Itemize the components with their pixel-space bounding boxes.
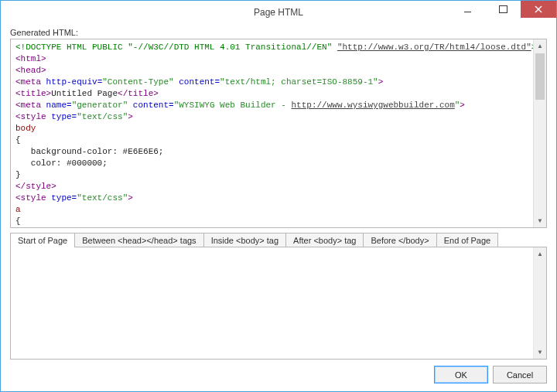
ok-button[interactable]: OK — [434, 366, 488, 383]
generated-html-label: Generated HTML: — [10, 28, 547, 37]
code-token: http://www.wysiwygwebbuilder.com — [292, 101, 455, 110]
code-token: http-equiv= — [41, 77, 102, 87]
code-token: <meta — [15, 77, 41, 87]
code-token: "-//W3C//DTD HTML 4.01 Transitional//EN" — [128, 43, 332, 52]
scroll-down-icon[interactable]: ▼ — [534, 214, 546, 227]
code-token: <meta — [15, 101, 41, 110]
code-token: "Content-Type" — [102, 77, 173, 87]
code-token: type= — [46, 112, 77, 121]
code-token: <style — [15, 193, 46, 203]
code-token: "text/css" — [77, 193, 128, 203]
code-token: type= — [46, 193, 77, 203]
code-token: "http://www.w3.org/TR/html4/loose.dtd" — [337, 43, 531, 52]
tab-after-body[interactable]: After <body> tag — [285, 233, 364, 247]
textarea-scrollbar[interactable]: ▲ ▼ — [533, 247, 546, 359]
code-token: Untitled Page — [51, 89, 118, 98]
window-controls — [449, 1, 556, 23]
code-token: "text/html; charset=ISO-8859-1" — [220, 77, 378, 87]
code-token: content= — [128, 101, 173, 110]
code-token: a — [15, 205, 21, 214]
close-button[interactable] — [521, 1, 556, 18]
code-token: "WYSIWYG Web Builder - — [174, 101, 292, 110]
code-token: <!DOCTYPE HTML PUBLIC — [15, 43, 128, 52]
code-token: name= — [41, 101, 72, 110]
tab-end-of-page[interactable]: End of Page — [436, 233, 499, 247]
custom-html-textarea[interactable]: ▲ ▼ — [10, 247, 547, 360]
dialog-body: Generated HTML: <!DOCTYPE HTML PUBLIC "-… — [0, 23, 557, 392]
code-token: </title> — [118, 89, 159, 98]
code-token: "text/css" — [77, 112, 128, 121]
code-token: <title> — [15, 89, 51, 98]
tab-between-head[interactable]: Between <head></head> tags — [74, 233, 203, 247]
scroll-down-icon[interactable]: ▼ — [534, 346, 546, 359]
tab-start-of-page[interactable]: Start of Page — [10, 233, 75, 247]
generated-html-box: <!DOCTYPE HTML PUBLIC "-//W3C//DTD HTML … — [10, 39, 547, 228]
code-token: <html> — [15, 54, 46, 63]
code-token: > — [128, 193, 133, 203]
code-token: { — [15, 216, 21, 226]
code-token — [332, 43, 337, 52]
code-token: <head> — [15, 66, 46, 75]
scroll-up-icon[interactable]: ▲ — [534, 39, 546, 53]
titlebar: Page HTML — [0, 0, 557, 23]
maximize-button[interactable] — [485, 1, 521, 18]
cancel-button[interactable]: Cancel — [493, 366, 547, 383]
code-scrollbar[interactable]: ▲ ▼ — [533, 39, 546, 227]
code-token: </style> — [15, 182, 56, 191]
code-token: > — [460, 101, 465, 110]
code-token: color: #000000; — [15, 159, 108, 168]
insert-tabs: Start of Page Between <head></head> tags… — [10, 233, 547, 247]
code-token: { — [15, 135, 21, 145]
tab-before-body-close[interactable]: Before </body> — [363, 233, 436, 247]
code-token: content= — [174, 77, 220, 87]
scroll-thumb[interactable] — [535, 53, 545, 100]
code-token: <style — [15, 112, 46, 121]
code-token: > — [378, 77, 384, 87]
code-token: body — [15, 124, 36, 133]
code-token: > — [128, 112, 133, 121]
minimize-button[interactable] — [449, 1, 485, 18]
code-token: background-color: #E6E6E6; — [15, 147, 163, 156]
code-token: } — [15, 170, 21, 179]
tab-inside-body[interactable]: Inside <body> tag — [203, 233, 286, 247]
generated-html-code[interactable]: <!DOCTYPE HTML PUBLIC "-//W3C//DTD HTML … — [11, 39, 546, 227]
scroll-up-icon[interactable]: ▲ — [534, 247, 546, 261]
code-token: "generator" — [72, 101, 128, 110]
dialog-buttons: OK Cancel — [10, 360, 547, 383]
